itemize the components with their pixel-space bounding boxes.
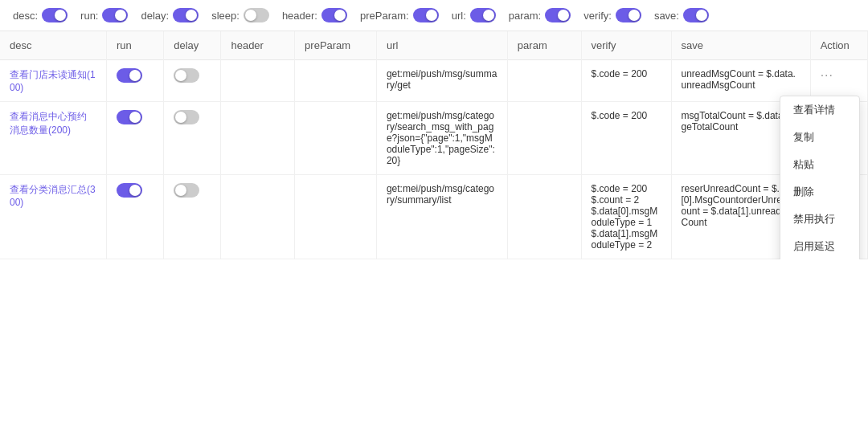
toolbar-label-sleep: sleep: bbox=[211, 10, 240, 22]
col-header-delay: delay bbox=[164, 31, 221, 60]
cell-preparam bbox=[295, 60, 377, 102]
table-row: 查看门店未读通知(100)get:mei/push/msg/summary/ge… bbox=[0, 60, 868, 102]
col-header-url: url bbox=[376, 31, 507, 60]
context-menu-item-0[interactable]: 查看详情 bbox=[780, 96, 859, 124]
toolbar-label-verify: verify: bbox=[583, 10, 612, 22]
delay-toggle[interactable] bbox=[174, 110, 199, 124]
toolbar-item-delay: delay: bbox=[141, 8, 199, 22]
run-toggle-knob bbox=[129, 185, 141, 196]
toolbar-item-verify: verify: bbox=[583, 8, 641, 22]
main-table: desc run delay header preParam url param… bbox=[0, 31, 868, 259]
table-row: 查看分类消息汇总(300)get:mei/push/msg/category/s… bbox=[0, 175, 868, 259]
toolbar-toggle-header[interactable] bbox=[321, 8, 347, 22]
cell-run bbox=[106, 60, 163, 102]
toolbar-item-save: save: bbox=[654, 8, 709, 22]
context-menu-item-3[interactable]: 删除 bbox=[780, 178, 859, 206]
toolbar: desc:run:delay:sleep:header:preParam:url… bbox=[0, 0, 868, 31]
toggle-knob-url bbox=[483, 10, 494, 21]
toolbar-label-desc: desc: bbox=[13, 10, 38, 22]
cell-url: get:mei/push/msg/summary/get bbox=[376, 60, 507, 102]
delay-toggle[interactable] bbox=[174, 68, 199, 83]
cell-url: get:mei/push/msg/category/search_msg_wit… bbox=[376, 102, 507, 175]
desc-text: 查看门店未读通知(100) bbox=[10, 69, 96, 93]
table-wrapper: desc run delay header preParam url param… bbox=[0, 31, 868, 259]
cell-header bbox=[221, 102, 295, 175]
toggle-knob-verify bbox=[628, 10, 640, 21]
toolbar-toggle-desc[interactable] bbox=[42, 8, 68, 22]
table-row: 查看消息中心预约消息数量(200)get:mei/push/msg/catego… bbox=[0, 102, 868, 175]
run-toggle-knob bbox=[129, 70, 141, 81]
cell-verify: $.code = 200 bbox=[581, 60, 671, 102]
cell-desc: 查看门店未读通知(100) bbox=[0, 60, 106, 102]
context-menu-item-5[interactable]: 启用延迟 bbox=[780, 233, 859, 259]
toolbar-item-preParam: preParam: bbox=[360, 8, 439, 22]
delay-toggle-knob bbox=[175, 185, 186, 196]
cell-run bbox=[106, 175, 163, 259]
context-menu-item-1[interactable]: 复制 bbox=[780, 124, 859, 151]
col-header-header: header bbox=[221, 31, 295, 60]
run-toggle[interactable] bbox=[117, 183, 142, 198]
toggle-knob-desc bbox=[55, 10, 66, 21]
cell-param bbox=[507, 60, 581, 102]
toggle-knob-sleep bbox=[245, 10, 256, 21]
cell-preparam bbox=[295, 175, 377, 259]
cell-param bbox=[507, 175, 581, 259]
cell-verify: $.code = 200 $.count = 2 $.data[0].msgMo… bbox=[581, 175, 671, 259]
toolbar-label-param: param: bbox=[509, 10, 541, 22]
col-header-preparam: preParam bbox=[295, 31, 377, 60]
run-toggle[interactable] bbox=[117, 68, 142, 83]
desc-text: 查看消息中心预约消息数量(200) bbox=[10, 111, 87, 136]
toolbar-label-url: url: bbox=[452, 10, 466, 22]
toggle-knob-delay bbox=[186, 10, 197, 21]
cell-preparam bbox=[295, 102, 377, 175]
delay-toggle[interactable] bbox=[174, 183, 199, 198]
col-header-param: param bbox=[507, 31, 581, 60]
run-toggle-knob bbox=[129, 112, 141, 123]
toggle-knob-preParam bbox=[426, 10, 437, 21]
run-toggle[interactable] bbox=[117, 110, 142, 124]
toolbar-item-param: param: bbox=[509, 8, 571, 22]
cell-desc: 查看分类消息汇总(300) bbox=[0, 175, 106, 259]
toolbar-toggle-sleep[interactable] bbox=[244, 8, 269, 22]
cell-run bbox=[106, 102, 163, 175]
toolbar-label-run: run: bbox=[80, 10, 98, 22]
col-header-action: Action bbox=[810, 31, 867, 60]
toggle-knob-param bbox=[558, 10, 569, 21]
delay-toggle-knob bbox=[175, 70, 186, 81]
toolbar-toggle-param[interactable] bbox=[545, 8, 571, 22]
toolbar-item-desc: desc: bbox=[13, 8, 68, 22]
toolbar-item-sleep: sleep: bbox=[211, 8, 269, 22]
table-header-row: desc run delay header preParam url param… bbox=[0, 31, 868, 60]
toolbar-toggle-save[interactable] bbox=[683, 8, 709, 22]
cell-desc: 查看消息中心预约消息数量(200) bbox=[0, 102, 106, 175]
col-header-verify: verify bbox=[581, 31, 671, 60]
context-menu-item-4[interactable]: 禁用执行 bbox=[780, 206, 859, 233]
toolbar-item-url: url: bbox=[452, 8, 496, 22]
toolbar-toggle-delay[interactable] bbox=[173, 8, 199, 22]
toolbar-item-run: run: bbox=[80, 8, 128, 22]
toolbar-toggle-url[interactable] bbox=[470, 8, 496, 22]
cell-header bbox=[221, 60, 295, 102]
cell-delay bbox=[164, 102, 221, 175]
toggle-knob-header bbox=[334, 10, 346, 21]
toolbar-label-preParam: preParam: bbox=[360, 10, 409, 22]
cell-delay bbox=[164, 60, 221, 102]
toolbar-toggle-verify[interactable] bbox=[616, 8, 641, 22]
toolbar-toggle-preParam[interactable] bbox=[413, 8, 439, 22]
cell-header bbox=[221, 175, 295, 259]
toggle-knob-run bbox=[115, 10, 126, 21]
toolbar-label-save: save: bbox=[654, 10, 679, 22]
col-header-save: save bbox=[671, 31, 810, 60]
cell-url: get:mei/push/msg/category/summary/list bbox=[376, 175, 507, 259]
cell-verify: $.code = 200 bbox=[581, 102, 671, 175]
toolbar-label-header: header: bbox=[282, 10, 317, 22]
col-header-run: run bbox=[106, 31, 163, 60]
toolbar-toggle-run[interactable] bbox=[102, 8, 128, 22]
cell-delay bbox=[164, 175, 221, 259]
context-menu: 查看详情复制粘贴删除禁用执行启用延迟修改顺序修改等待复制链接上面添加行下面添加行 bbox=[780, 96, 860, 259]
toolbar-item-header: header: bbox=[282, 8, 347, 22]
delay-toggle-knob bbox=[175, 112, 186, 123]
cell-param bbox=[507, 102, 581, 175]
context-menu-item-2[interactable]: 粘贴 bbox=[780, 151, 859, 178]
action-dots-icon[interactable]: ··· bbox=[821, 68, 833, 82]
